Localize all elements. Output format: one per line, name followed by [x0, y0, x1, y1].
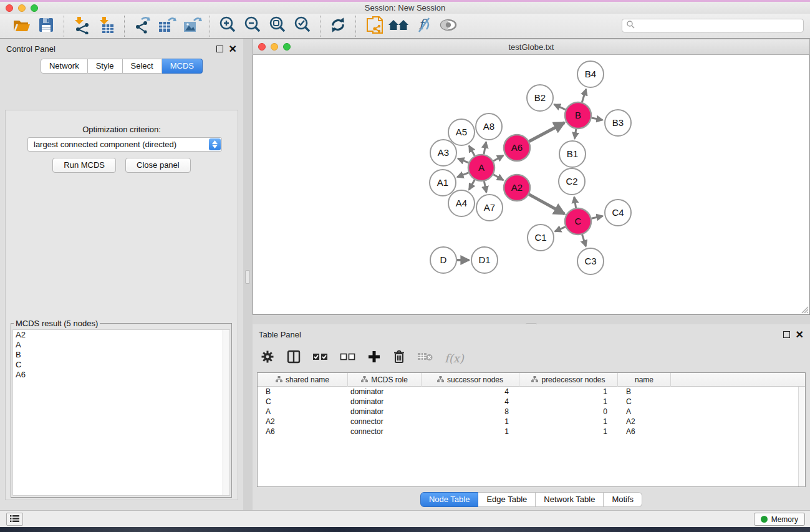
mcds-result-item[interactable]: B [13, 350, 229, 360]
graph-edge-A-A1[interactable] [457, 173, 468, 177]
tab-network[interactable]: Network [41, 59, 88, 74]
table-cell[interactable]: 1 [519, 427, 618, 437]
table-row[interactable]: A2connector11A2 [258, 417, 805, 427]
export-table-button[interactable] [155, 16, 180, 37]
add-column-button[interactable] [367, 349, 381, 367]
graph-edge-B-B3[interactable] [592, 118, 603, 120]
mcds-result-item[interactable]: A6 [13, 370, 229, 380]
graph-edge-C-C1[interactable] [555, 227, 566, 231]
zoom-in-button[interactable] [215, 16, 240, 37]
refresh-view-button[interactable] [325, 16, 350, 37]
function-builder-button[interactable]: f(x) [445, 349, 464, 367]
zoom-selected-button[interactable] [290, 16, 315, 37]
new-network-from-selection-button[interactable] [361, 16, 386, 37]
task-history-button[interactable] [6, 513, 23, 526]
table-cell[interactable]: C [618, 397, 671, 407]
graph-edge-A6-B[interactable] [529, 123, 564, 142]
column-header-name[interactable]: name [618, 373, 671, 387]
graph-edge-C-C4[interactable] [591, 216, 602, 218]
table-row[interactable]: A6connector11A6 [258, 427, 805, 437]
show-column-button[interactable] [286, 349, 301, 367]
close-panel-icon[interactable]: ✕ [229, 46, 237, 52]
table-cell[interactable]: 1 [422, 417, 519, 427]
column-header-predecessor-nodes[interactable]: predecessor nodes [519, 373, 618, 387]
zoom-out-button[interactable] [240, 16, 265, 37]
column-header-shared-name[interactable]: shared name [258, 373, 348, 387]
table-cell[interactable]: A2 [618, 417, 671, 427]
tab-motifs[interactable]: Motifs [604, 492, 642, 507]
table-cell[interactable]: 1 [519, 417, 618, 427]
network-canvas[interactable]: B4B2BB3A8A5A6A3B1AC2A1A2A4A7C4CC1DD1C3 [253, 55, 810, 315]
column-header-mcds-role[interactable]: MCDS role [348, 373, 422, 387]
table-row[interactable]: Cdominator41C [258, 397, 805, 407]
unselect-all-button[interactable] [340, 349, 356, 367]
vertical-splitter-handle[interactable] [245, 270, 250, 284]
graph-edge-B-B2[interactable] [554, 104, 566, 109]
graph-edge-A2-C[interactable] [529, 195, 564, 214]
network-window-titlebar[interactable]: testGlobe.txt [253, 39, 810, 55]
tab-network-table[interactable]: Network Table [536, 492, 604, 507]
show-hide-panel-button[interactable] [436, 16, 461, 37]
table-cell[interactable]: A [258, 407, 348, 417]
result-list-scrollbar[interactable] [223, 330, 229, 495]
import-network-button[interactable] [69, 16, 94, 37]
table-cell[interactable]: dominator [348, 397, 422, 407]
graph-edge-B-B4[interactable] [582, 89, 586, 102]
tab-mcds[interactable]: MCDS [162, 59, 203, 74]
run-mcds-button[interactable]: Run MCDS [52, 158, 116, 173]
graph-edge-A-A3[interactable] [458, 158, 468, 163]
float-panel-icon[interactable] [216, 46, 223, 52]
table-close-panel-icon[interactable]: ✕ [796, 331, 804, 338]
table-cell[interactable]: dominator [348, 407, 422, 417]
column-header-successor-nodes[interactable]: successor nodes [422, 373, 519, 387]
close-panel-button[interactable]: Close panel [125, 158, 191, 173]
export-image-button[interactable] [180, 16, 205, 37]
table-cell[interactable]: A6 [258, 427, 348, 437]
graph-edge-A-A8[interactable] [484, 142, 486, 155]
table-row[interactable]: Adominator80A [258, 407, 805, 417]
table-cell[interactable]: B [258, 387, 348, 397]
export-network-button[interactable] [130, 16, 155, 37]
vertical-splitter[interactable] [243, 39, 253, 510]
table-row[interactable]: Bdominator41B [258, 387, 805, 397]
table-cell[interactable]: A6 [618, 427, 671, 437]
table-cell[interactable]: A [618, 407, 671, 417]
tab-select[interactable]: Select [123, 59, 162, 74]
graph-edge-C-C3[interactable] [582, 235, 586, 246]
table-cell[interactable]: 4 [422, 387, 519, 397]
delete-table-button[interactable] [417, 349, 433, 367]
table-settings-button[interactable] [260, 349, 275, 367]
tab-node-table[interactable]: Node Table [420, 492, 479, 507]
memory-button[interactable]: Memory [754, 513, 805, 526]
mcds-result-item[interactable]: A [13, 340, 229, 350]
graph-edge-A-A5[interactable] [469, 146, 475, 156]
table-cell[interactable]: connector [348, 417, 422, 427]
table-cell[interactable]: dominator [348, 387, 422, 397]
tab-style[interactable]: Style [88, 59, 123, 74]
table-cell[interactable]: 4 [422, 397, 519, 407]
resize-grip-icon[interactable] [799, 304, 808, 313]
table-float-panel-icon[interactable] [783, 331, 790, 338]
graph-edge-A-A7[interactable] [484, 181, 486, 193]
graph-edge-A-A4[interactable] [469, 180, 475, 190]
search-input[interactable] [635, 21, 803, 30]
zoom-fit-button[interactable] [265, 16, 290, 37]
toggle-graphics-details-button[interactable]: f [411, 16, 436, 37]
table-cell[interactable]: 1 [422, 427, 519, 437]
graph-edge-C-C2[interactable] [574, 197, 576, 208]
save-session-button[interactable] [34, 16, 59, 37]
graph-edge-A-A6[interactable] [493, 155, 503, 161]
mcds-result-item[interactable]: C [13, 360, 229, 370]
table-cell[interactable]: B [618, 387, 671, 397]
tab-edge-table[interactable]: Edge Table [478, 492, 536, 507]
table-cell[interactable]: connector [348, 427, 422, 437]
table-cell[interactable]: A2 [258, 417, 348, 427]
table-cell[interactable]: 1 [519, 397, 618, 407]
table-cell[interactable]: C [258, 397, 348, 407]
criterion-dropdown[interactable]: largest connected component (directed) [27, 137, 222, 152]
delete-column-button[interactable] [392, 349, 406, 367]
open-session-button[interactable] [9, 16, 34, 37]
table-cell[interactable]: 1 [519, 387, 618, 397]
home-button[interactable] [386, 16, 411, 37]
import-table-button[interactable] [94, 16, 119, 37]
